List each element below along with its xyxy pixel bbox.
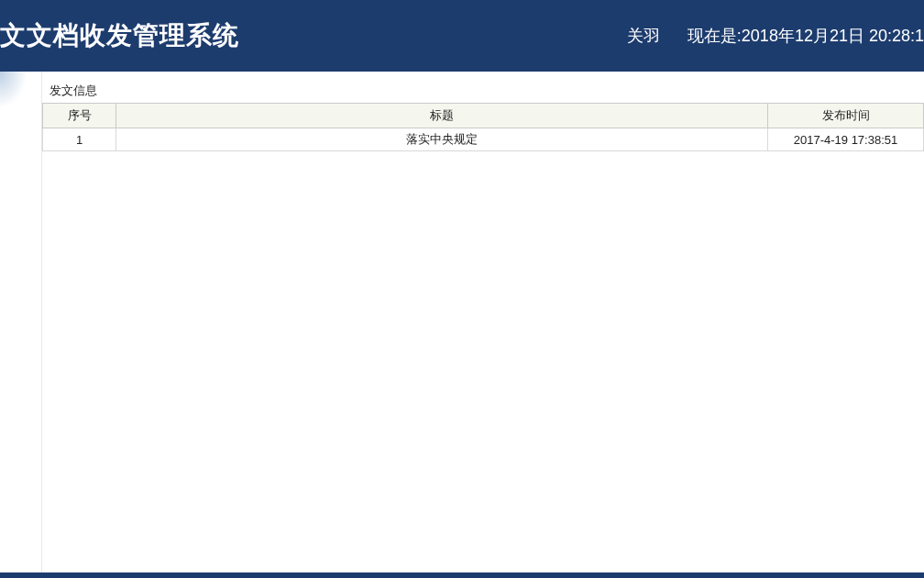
table-row[interactable]: 1 落实中央规定 2017-4-19 17:38:51 [43, 128, 924, 151]
col-header-seq[interactable]: 序号 [43, 104, 116, 128]
col-header-title[interactable]: 标题 [116, 104, 768, 128]
current-user: 关羽 [627, 25, 660, 47]
content-area: 发文信息 序号 标题 发布时间 1 落实中央规定 2017-4-19 17:38… [42, 72, 924, 578]
cell-seq: 1 [43, 128, 116, 151]
body-area: 发文信息 序号 标题 发布时间 1 落实中央规定 2017-4-19 17:38… [0, 72, 924, 578]
app-title: 文文档收发管理系统 [0, 18, 239, 53]
sidebar [0, 72, 42, 578]
cell-time: 2017-4-19 17:38:51 [768, 128, 924, 151]
panel-title: 发文信息 [42, 83, 924, 103]
table-header-row: 序号 标题 发布时间 [43, 104, 924, 128]
footer-border [0, 572, 924, 578]
sidebar-decoration [0, 72, 28, 108]
now-label: 现在是: [688, 25, 742, 47]
data-table: 序号 标题 发布时间 1 落实中央规定 2017-4-19 17:38:51 [42, 103, 924, 151]
cell-title[interactable]: 落实中央规定 [116, 128, 768, 151]
col-header-time[interactable]: 发布时间 [768, 104, 924, 128]
app-header: 文文档收发管理系统 关羽 现在是: 2018年12月21日 20:28:1 [0, 0, 924, 72]
now-time: 2018年12月21日 20:28:1 [742, 25, 924, 47]
header-right: 关羽 现在是: 2018年12月21日 20:28:1 [627, 25, 924, 47]
